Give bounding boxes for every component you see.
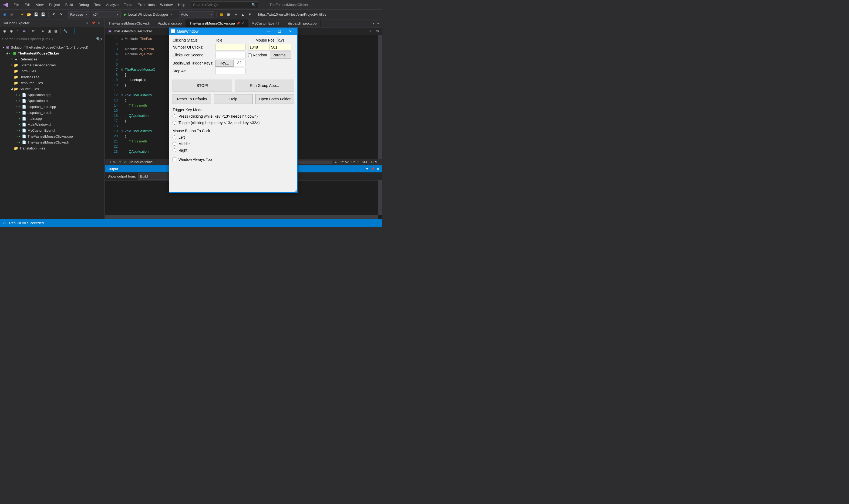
se-close-icon[interactable]: ✕ — [98, 21, 102, 25]
cps-input[interactable] — [215, 52, 245, 58]
tab-tfmc-cpp[interactable]: TheFastestMouseClicker.cpp📌✕ — [186, 19, 248, 27]
menu-tools[interactable]: Tools — [121, 1, 135, 8]
swap-icon[interactable]: ⇆ — [375, 29, 380, 33]
se-refresh-icon[interactable]: ↻ — [40, 28, 46, 34]
save-icon[interactable]: 💾 — [33, 12, 39, 18]
random-checkbox[interactable] — [248, 53, 252, 57]
se-home-icon[interactable]: ⌂ — [15, 28, 20, 34]
undo-icon[interactable]: ↶ — [51, 12, 57, 18]
se-sync-icon[interactable]: ⟳ — [31, 28, 36, 34]
tree-file[interactable]: ▷●📄MyCustomEvent.h — [0, 127, 104, 133]
close-button[interactable]: ✕ — [285, 30, 296, 34]
output-pin-icon[interactable]: 📌 — [371, 167, 375, 171]
tab-more-icon[interactable]: ▾ — [372, 21, 375, 25]
tab-fullscreen-icon[interactable]: ✦ — [377, 21, 380, 25]
se-pin-icon[interactable]: 📌 — [91, 21, 96, 25]
nav-back-icon[interactable]: ◉ — [2, 12, 7, 18]
menu-analyze[interactable]: Analyze — [103, 1, 121, 8]
solution-tree[interactable]: ◢▣ Solution 'TheFastestMouseClicker' (1 … — [0, 43, 104, 219]
quick-search[interactable]: 🔍 — [191, 1, 258, 8]
tree-file[interactable]: ▷●📄TheFastestMouseClicker.h — [0, 139, 104, 145]
se-search[interactable]: 🔍▾ — [0, 35, 104, 43]
hscroll-right-icon[interactable]: ▶ — [335, 161, 337, 163]
se-switch-icon[interactable]: ⇄ — [21, 28, 27, 34]
tab-dispatch-cpp[interactable]: dispatch_proc.cpp — [284, 19, 321, 27]
nav-fwd-icon[interactable]: ◉ — [8, 12, 15, 18]
se-back-icon[interactable]: ◉ — [2, 28, 7, 34]
toolbox-icon-4[interactable]: ▲ — [240, 12, 246, 18]
menu-build[interactable]: Build — [63, 1, 76, 8]
tree-external[interactable]: ▷📁External Dependencies — [0, 62, 104, 68]
se-preview-icon[interactable]: ─ — [69, 28, 75, 34]
params-button[interactable]: Params... — [270, 52, 291, 58]
left-radio-row[interactable]: Left — [173, 135, 294, 140]
se-properties-icon[interactable]: 🔧 — [63, 28, 68, 34]
right-radio-row[interactable]: Right — [173, 148, 294, 152]
menu-file[interactable]: File — [11, 1, 22, 8]
batch-button[interactable]: Open Batch Folder — [256, 94, 294, 104]
minimize-button[interactable]: — — [263, 30, 274, 34]
numclicks-input[interactable] — [215, 44, 245, 51]
tree-file[interactable]: ▷●📄Application.h — [0, 98, 104, 104]
menu-test[interactable]: Test — [91, 1, 103, 8]
nav-scope-combo[interactable]: ▣ TheFastestMouseClicker — [106, 28, 166, 34]
always-top-row[interactable]: Window Always Top — [173, 157, 294, 162]
stop-button[interactable]: STOP! — [173, 79, 232, 91]
tab-tfmc-h[interactable]: TheFastestMouseClicker.h — [105, 19, 154, 27]
run-group-button[interactable]: Run Group App... — [235, 79, 294, 91]
tree-file[interactable]: ▷●📄dispatch_proc.cpp — [0, 104, 104, 110]
se-fwd-icon[interactable]: ◉ — [8, 28, 14, 34]
right-radio[interactable] — [173, 148, 176, 152]
auto-combo[interactable]: Auto▼ — [179, 11, 214, 18]
random-check[interactable]: Random — [248, 53, 270, 57]
se-search-input[interactable] — [2, 37, 96, 41]
maximize-button[interactable]: ☐ — [274, 30, 285, 34]
press-radio-row[interactable]: Press (clicking while: key <13> keeps hi… — [173, 114, 294, 119]
editor-vscrollbar[interactable] — [378, 35, 382, 159]
stopat-input[interactable] — [215, 68, 245, 74]
quick-search-input[interactable] — [193, 3, 250, 7]
tree-header[interactable]: 📁Header Files — [0, 74, 104, 80]
tree-source[interactable]: ◢📂Source Files — [0, 86, 104, 92]
output-dropdown-icon[interactable]: ▼ — [366, 167, 369, 170]
tree-file[interactable]: ▷●📄Application.cpp — [0, 92, 104, 98]
menu-edit[interactable]: Edit — [22, 1, 33, 8]
toolbox-icon-1[interactable]: ▦ — [219, 12, 225, 18]
menu-view[interactable]: View — [33, 1, 46, 8]
se-showall-icon[interactable]: ▦ — [53, 28, 59, 34]
menu-debug[interactable]: Debug — [76, 1, 91, 8]
app-title-bar[interactable]: MainWindow — ☐ ✕ — [169, 28, 297, 35]
save-all-icon[interactable]: 💾 — [40, 12, 46, 18]
always-top-checkbox[interactable] — [173, 158, 176, 161]
toggle-radio-row[interactable]: Toggle (clicking begin: key <13>, end: k… — [173, 121, 294, 125]
reset-button[interactable]: Reset To Defaults — [173, 94, 211, 104]
output-vscrollbar[interactable] — [378, 180, 382, 215]
menu-help[interactable]: Help — [175, 1, 188, 8]
tree-translation[interactable]: 📁Translation Files — [0, 145, 104, 151]
left-radio[interactable] — [173, 136, 176, 139]
outline-column[interactable]: ⊟ ⊟ ⊟ ⊟ — [120, 35, 124, 159]
open-icon[interactable]: 📂 — [26, 12, 32, 18]
tree-solution-root[interactable]: ◢▣ Solution 'TheFastestMouseClicker' (1 … — [0, 44, 104, 50]
press-radio[interactable] — [173, 114, 176, 118]
tree-resource[interactable]: 📁Resource Files — [0, 80, 104, 86]
tree-project[interactable]: ◢●▣ TheFastestMouseClicker — [0, 50, 104, 56]
tree-file[interactable]: ●📄main.cpp — [0, 115, 104, 121]
platform-combo[interactable]: x64▼ — [91, 11, 121, 18]
tree-references[interactable]: ▷▪▪References — [0, 56, 104, 62]
redo-icon[interactable]: ↷ — [58, 12, 64, 18]
new-item-icon[interactable]: ✦ — [19, 12, 25, 18]
tree-file[interactable]: ●📄MainWindow.ui — [0, 121, 104, 127]
mouse-y-input[interactable] — [270, 44, 291, 51]
output-hscrollbar[interactable] — [105, 215, 378, 219]
zoom-arrow-icon[interactable]: ▼ — [119, 161, 121, 163]
toolbox-icon-2[interactable]: ▣ — [226, 12, 232, 18]
tree-form[interactable]: 📁Form Files — [0, 68, 104, 74]
trigger-key-button[interactable]: Key... — [215, 60, 233, 67]
toggle-radio[interactable] — [173, 121, 176, 125]
toolbox-icon-5[interactable]: ▼ — [247, 12, 253, 18]
mouse-x-input[interactable] — [248, 44, 270, 51]
config-combo[interactable]: Release▼ — [68, 11, 90, 18]
zoom-level[interactable]: 100 % — [107, 160, 116, 164]
tab-mycustomevent-h[interactable]: MyCustomEvent.h — [248, 19, 284, 27]
